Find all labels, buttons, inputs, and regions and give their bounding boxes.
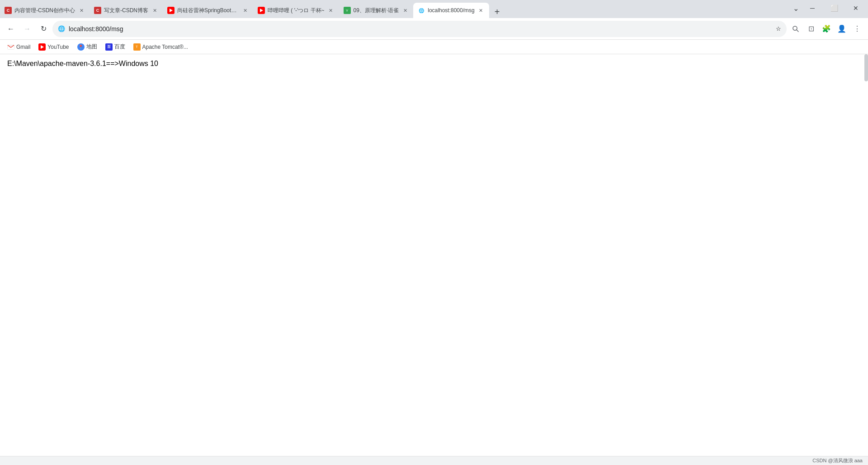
tab-label-5: 09、原理解析·语雀 (354, 7, 399, 14)
bookmark-maps-label: 地图 (86, 43, 97, 51)
tab-close-1[interactable]: ✕ (78, 7, 85, 14)
tab-yuque[interactable]: Y 09、原理解析·语雀 ✕ (339, 3, 414, 18)
tab-close-3[interactable]: ✕ (241, 7, 249, 14)
tab-bar-actions: ⌄ (789, 2, 802, 16)
cast-icon[interactable]: ⊡ (804, 22, 818, 36)
tab-close-4[interactable]: ✕ (327, 7, 335, 14)
tab-csdn-write[interactable]: C 写文章-CSDN博客 ✕ (90, 3, 163, 18)
tab-label-2: 写文章-CSDN博客 (104, 7, 148, 14)
bookmark-gmail[interactable]: Gmail (4, 42, 34, 52)
tab-favicon-6: 🌐 (418, 7, 425, 14)
bookmark-tomcat[interactable]: T Apache Tomcat®... (130, 42, 192, 52)
bookmark-tomcat-label: Apache Tomcat®... (142, 44, 188, 50)
nav-bar: ← → ↻ 🌐 localhost:8000/msg ☆ ⊡ 🧩 👤 ⋮ (0, 18, 868, 40)
tabs-container: C 内容管理-CSDN创作中心 ✕ C 写文章-CSDN博客 ✕ 尚硅谷雷神Sp… (0, 0, 789, 18)
close-button[interactable]: ✕ (845, 0, 866, 16)
tab-label-6: localhost:8000/msg (428, 7, 474, 14)
address-text: localhost:8000/msg (69, 25, 772, 33)
svg-line-1 (797, 30, 798, 32)
forward-button[interactable]: → (20, 22, 34, 36)
tab-bilibili[interactable]: 哔哩哔哩 ( '-'つロ 干杯~ ✕ (253, 3, 339, 18)
back-button[interactable]: ← (4, 22, 18, 36)
menu-icon[interactable]: ⋮ (850, 22, 864, 36)
youtube-favicon (38, 43, 46, 51)
main-content: E:\Maven\apache-maven-3.6.1==>Windows 10 (0, 54, 868, 456)
profile-icon[interactable]: 👤 (835, 22, 849, 36)
nav-right-icons: ⊡ 🧩 👤 ⋮ (788, 22, 864, 36)
gmail-favicon (7, 43, 14, 51)
tab-favicon-1: C (5, 7, 12, 14)
page-text: E:\Maven\apache-maven-3.6.1==>Windows 10 (7, 60, 861, 68)
bookmark-youtube-label: YouTube (47, 44, 69, 50)
bookmark-baidu-label: 百度 (114, 43, 125, 51)
tab-springboot[interactable]: 尚硅谷雷神SpringBoot2零... ✕ (163, 3, 253, 18)
lock-icon: 🌐 (58, 25, 65, 32)
tab-search-button[interactable]: ⌄ (789, 2, 802, 14)
tab-favicon-5: Y (344, 7, 351, 14)
tab-favicon-2: C (94, 7, 101, 14)
tab-close-6[interactable]: ✕ (477, 7, 485, 14)
tab-label-3: 尚硅谷雷神SpringBoot2零... (177, 7, 239, 14)
bookmarks-bar: Gmail YouTube 📍 地图 百 百度 T Apache Tomcat®… (0, 40, 868, 54)
tab-csdn-content[interactable]: C 内容管理-CSDN创作中心 ✕ (0, 3, 90, 18)
tab-close-2[interactable]: ✕ (151, 7, 158, 14)
bookmark-baidu[interactable]: 百 百度 (102, 41, 129, 52)
minimize-button[interactable]: ─ (802, 0, 823, 16)
new-tab-button[interactable]: + (491, 5, 504, 18)
tab-close-5[interactable]: ✕ (401, 7, 409, 14)
extensions-icon[interactable]: 🧩 (819, 22, 834, 36)
bookmark-maps[interactable]: 📍 地图 (74, 41, 101, 52)
browser-top-bar: C 内容管理-CSDN创作中心 ✕ C 写文章-CSDN博客 ✕ 尚硅谷雷神Sp… (0, 0, 868, 18)
window-controls: ─ ⬜ ✕ (802, 0, 868, 18)
refresh-button[interactable]: ↻ (36, 22, 51, 36)
address-bar[interactable]: 🌐 localhost:8000/msg ☆ (52, 21, 787, 37)
bookmark-star-icon[interactable]: ☆ (776, 25, 781, 32)
tab-favicon-4 (258, 7, 265, 14)
baidu-favicon: 百 (105, 43, 113, 51)
maximize-button[interactable]: ⬜ (824, 0, 844, 16)
tab-label-4: 哔哩哔哩 ( '-'つロ 干杯~ (268, 7, 325, 14)
bookmark-gmail-label: Gmail (16, 44, 30, 50)
tab-label-1: 内容管理-CSDN创作中心 (14, 7, 75, 14)
tab-localhost[interactable]: 🌐 localhost:8000/msg ✕ (413, 3, 489, 18)
search-icon[interactable] (788, 22, 803, 36)
scrollbar-indicator[interactable] (864, 54, 868, 81)
maps-favicon: 📍 (77, 43, 85, 51)
tomcat-favicon: T (133, 43, 141, 51)
tab-favicon-3 (167, 7, 175, 14)
bookmark-youtube[interactable]: YouTube (35, 42, 72, 52)
